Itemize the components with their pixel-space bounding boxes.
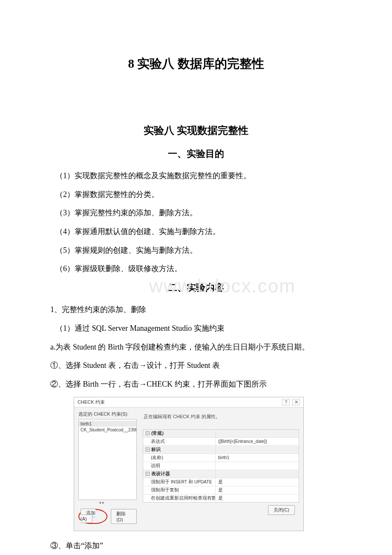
prop-expression-label: 表达式 — [143, 438, 216, 445]
collapse-icon[interactable]: − — [146, 472, 150, 476]
doc-title: 8 实验八 数据库的完整性 — [50, 55, 342, 72]
check-constraint-dialog: CHECK 约束 ? ✕ 选定的 CHECK 约束(S): birth1 CK_… — [74, 397, 342, 531]
group-identity: 标识 — [151, 447, 161, 453]
collapse-icon[interactable]: − — [146, 431, 150, 435]
dialog-titlebar: CHECK 约束 ? ✕ — [74, 397, 303, 408]
prop-enforce-insert-label: 强制用于 INSERT 和 UPDATE — [143, 478, 216, 486]
para-step-a: a.为表 Student 的 Birth 字段创建检查约束，使输入的生日日期小于… — [50, 341, 342, 354]
para-step-c1: ①、选择 Student 表，右击→设计，打开 Student 表 — [50, 359, 342, 372]
dialog-description: 正在编辑现有 CHECK 约束 的属性。 — [144, 413, 299, 420]
list-label: 选定的 CHECK 约束(S): — [78, 411, 137, 417]
goal-3: （3）掌握完整性约束的添加、删除方法。 — [55, 207, 342, 220]
dialog-title-text: CHECK 约束 — [78, 399, 105, 405]
prop-enforce-repl-label: 强制用于复制 — [143, 486, 216, 494]
list-item[interactable]: birth1 — [79, 421, 136, 427]
close-icon[interactable]: ✕ — [292, 399, 300, 405]
constraint-list[interactable]: birth1 CK_Student_Postcod__239E4D — [78, 419, 137, 500]
group-table-designer: 表设计器 — [151, 471, 170, 477]
para-step-1: （1）通过 SQL Server Management Studio 实施约束 — [55, 322, 342, 335]
prop-name-value[interactable]: birth1 — [216, 454, 299, 462]
para-step-c3: ③、单击“添加” — [50, 540, 342, 552]
add-highlight-circle: 添加(A) — [78, 509, 107, 524]
goal-4: （4）掌握通用默认值的创建、实施与删除方法。 — [55, 225, 342, 238]
doc-subtitle: 实验八 实现数据完整性 — [50, 124, 342, 137]
list-scrollbar[interactable]: ◂ ▸ — [78, 500, 137, 505]
group-general: (常规) — [151, 431, 164, 436]
delete-button[interactable]: 删除(D) — [111, 509, 137, 524]
goal-6: （6）掌握级联删除、级联修改方法。 — [55, 263, 342, 275]
goal-5: （5）掌握规则的创建、实施与删除方法。 — [55, 244, 342, 257]
prop-enforce-insert-value[interactable]: 是 — [216, 478, 299, 486]
para-step-c2: ②、选择 Birth 一行，右击→CHECK 约束，打开界面如下图所示 — [50, 378, 342, 391]
add-button[interactable]: 添加(A) — [81, 509, 95, 523]
prop-enforce-repl-value[interactable]: 是 — [216, 486, 299, 494]
property-grid[interactable]: −(常规) 表达式 ([Birth]<[Entrance_date]) −标识 — [143, 429, 299, 503]
goal-2: （2）掌握数据完整性的分类。 — [55, 188, 342, 201]
close-button[interactable]: 关闭(C) — [268, 505, 295, 515]
section-1-heading: 一、实验目的 — [50, 147, 342, 160]
goal-1: （1）实现数据完整性的概念及实施数据完整性的重要性。 — [55, 170, 342, 182]
prop-check-existing-label: 在创建或重新启用时检查现有数据 — [143, 494, 216, 502]
prop-desc-value[interactable] — [216, 462, 299, 470]
help-button[interactable]: ? — [282, 399, 290, 405]
prop-check-existing-value[interactable]: 是 — [216, 494, 299, 502]
list-item[interactable]: CK_Student_Postcod__239E4D — [79, 427, 136, 433]
prop-name-label: (名称) — [143, 454, 216, 462]
section-2-heading: 二、实验内容 — [50, 281, 342, 294]
prop-desc-label: 说明 — [143, 462, 216, 470]
para-numbered-1: 1、完整性约束的添加、删除 — [50, 304, 342, 316]
prop-expression-value[interactable]: ([Birth]<[Entrance_date]) — [216, 438, 299, 445]
collapse-icon[interactable]: − — [146, 448, 150, 451]
